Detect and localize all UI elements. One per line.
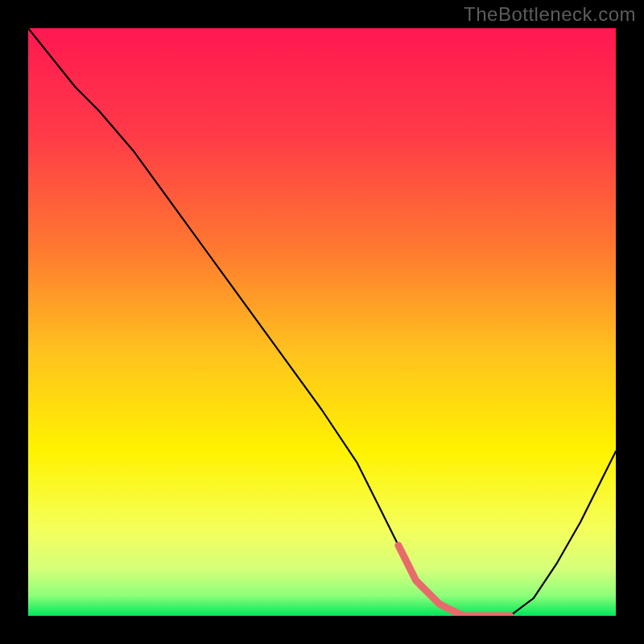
chart-svg — [28, 28, 616, 616]
watermark-text: TheBottleneck.com — [464, 3, 636, 26]
chart-frame: TheBottleneck.com — [0, 0, 644, 644]
plot-area — [28, 28, 616, 616]
gradient-rect — [28, 28, 616, 616]
